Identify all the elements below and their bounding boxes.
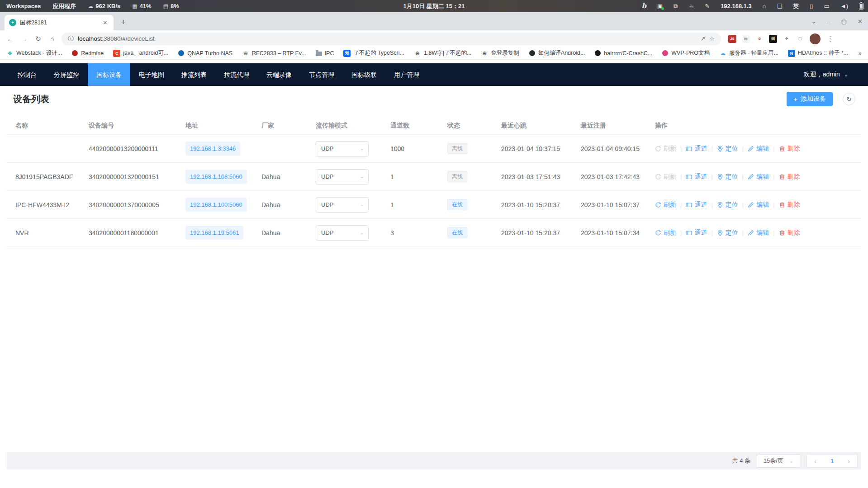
edit-action[interactable]: 编辑 (748, 201, 769, 209)
bookmark-item[interactable]: ⊕ 1.8W字|了不起的... (414, 49, 471, 57)
bookmark-item[interactable]: 如何编译Android... (529, 49, 585, 57)
channel-action[interactable]: 通道 (686, 201, 707, 209)
battery-icon[interactable] (859, 3, 863, 9)
stream-mode-select[interactable]: UDP ⌄ (316, 141, 369, 156)
delete-action[interactable]: 删除 (779, 173, 800, 181)
bookmark-item[interactable]: WVP-PRO文档 (662, 49, 710, 57)
ip-address-indicator[interactable]: 192.168.1.3 (721, 3, 752, 9)
bookmark-item[interactable]: ⊕ 免登录复制 (481, 49, 519, 57)
bookmark-item[interactable]: ☁ 服务器 - 轻量应用... (719, 49, 778, 57)
bing-tray-icon[interactable]: b (641, 3, 646, 9)
refresh-action[interactable]: 刷新 (655, 145, 676, 153)
memory-value: 8% (171, 3, 179, 9)
browser-tab[interactable]: ✦ 国标28181 ✕ (5, 15, 114, 30)
page-title: 设备列表 (13, 93, 49, 105)
browser-menu-icon[interactable]: ⋮ (827, 35, 834, 43)
close-button[interactable]: ✕ (858, 18, 863, 25)
nav-item[interactable]: 国标设备 (88, 63, 130, 86)
trash-icon (779, 174, 785, 180)
add-device-button[interactable]: + 添加设备 (787, 92, 833, 106)
workspace-switcher-icon[interactable]: ❏ (777, 3, 783, 9)
bookmark-item[interactable]: N HDAtmos :: 种子 *... (788, 49, 848, 57)
bookmark-item[interactable]: C java、android可... (113, 49, 168, 57)
nav-item[interactable]: 云端录像 (258, 63, 300, 86)
address-bar[interactable]: ⓘ localhost:38080/#/deviceList ↗ ☆ (62, 33, 721, 45)
workspaces-button[interactable]: Workspaces (6, 3, 41, 9)
locate-action[interactable]: 定位 (717, 229, 738, 237)
home-button[interactable]: ⌂ (46, 35, 59, 43)
current-page-button[interactable]: 1 (824, 458, 840, 464)
extension-icon[interactable]: ▤ (742, 35, 750, 43)
channel-action[interactable]: 通道 (686, 145, 707, 153)
restore-button[interactable]: ▢ (841, 18, 847, 25)
nav-item[interactable]: 国标级联 (343, 63, 385, 86)
extension-icon[interactable]: ▢ (796, 35, 804, 43)
home-tray-icon[interactable]: ⌂ (763, 3, 766, 9)
channel-action[interactable]: 通道 (686, 229, 707, 237)
caffeine-icon[interactable]: ☕ (689, 3, 694, 9)
delete-action[interactable]: 删除 (779, 201, 800, 209)
bookmark-item[interactable]: Redmine (71, 50, 104, 57)
edit-action[interactable]: 编辑 (748, 145, 769, 153)
next-page-button[interactable]: › (840, 457, 857, 465)
forward-button[interactable]: → (18, 35, 31, 43)
nav-item[interactable]: 分屏监控 (45, 63, 88, 86)
channel-action[interactable]: 通道 (686, 173, 707, 181)
cloud-download-icon: ☁ (88, 3, 93, 9)
cell-device-id: 34020000001320000151 (89, 173, 185, 180)
bookmark-star-icon[interactable]: ☆ (709, 35, 715, 42)
clipboard-icon[interactable]: ⧉ (674, 3, 678, 9)
extension-icon[interactable]: JS (728, 35, 736, 43)
extension-icon[interactable]: 回 (769, 35, 777, 43)
nav-item[interactable]: 节点管理 (300, 63, 343, 86)
tab-close-icon[interactable]: ✕ (101, 19, 109, 27)
bookmark-item[interactable]: QNAP Turbo NAS (178, 50, 232, 57)
locate-action[interactable]: 定位 (717, 145, 738, 153)
tab-search-icon[interactable]: ⌄ (811, 18, 816, 25)
nav-item[interactable]: 拉流代理 (215, 63, 258, 86)
user-menu[interactable]: 欢迎，admin ⌄ (804, 71, 868, 79)
bookmarks-overflow-icon[interactable]: » (859, 50, 862, 57)
nav-item[interactable]: 电子地图 (130, 63, 173, 86)
locate-action[interactable]: 定位 (717, 173, 738, 181)
display-icon[interactable]: ▭ (824, 3, 830, 9)
nav-item[interactable]: 控制台 (9, 63, 45, 86)
stream-mode-select[interactable]: UDP ⌄ (316, 197, 369, 213)
bookmark-item[interactable]: ❖ Webstack - 设计... (6, 49, 62, 57)
bookmark-item[interactable]: IPC (316, 50, 334, 57)
refresh-list-button[interactable]: ↻ (843, 93, 855, 105)
volume-icon[interactable]: ◄) (840, 3, 848, 9)
refresh-action[interactable]: 刷新 (655, 229, 676, 237)
input-method-indicator[interactable]: 英 (793, 2, 799, 10)
reload-button[interactable]: ↻ (32, 35, 45, 43)
edit-action[interactable]: 编辑 (748, 229, 769, 237)
refresh-action[interactable]: 刷新 (655, 201, 676, 209)
nav-item[interactable]: 用户管理 (385, 63, 428, 86)
minimize-button[interactable]: – (827, 18, 830, 25)
back-button[interactable]: ← (4, 35, 17, 43)
stream-mode-select[interactable]: UDP ⌄ (316, 225, 369, 241)
new-tab-button[interactable]: + (121, 17, 126, 27)
profile-avatar[interactable] (810, 33, 821, 44)
prev-page-button[interactable]: ‹ (807, 457, 824, 465)
bookmark-item[interactable]: 知 了不起的 TypeScri... (343, 49, 404, 57)
site-info-icon[interactable]: ⓘ (68, 35, 74, 43)
locate-action[interactable]: 定位 (717, 201, 738, 209)
applications-menu[interactable]: 应用程序 (52, 2, 76, 10)
color-picker-icon[interactable]: ✎ (705, 3, 710, 9)
nav-item[interactable]: 推流列表 (173, 63, 215, 86)
clock[interactable]: 1月10日 星期二 15：21 (403, 2, 465, 10)
page-size-select[interactable]: 15条/页 ⌄ (757, 454, 800, 468)
delete-action[interactable]: 删除 (779, 229, 800, 237)
delete-action[interactable]: 删除 (779, 145, 800, 153)
stream-mode-select[interactable]: UDP ⌄ (316, 169, 369, 185)
edit-action[interactable]: 编辑 (748, 173, 769, 181)
phone-link-icon[interactable]: ▯ (810, 3, 813, 9)
extension-icon[interactable]: ❖ (783, 35, 791, 43)
share-icon[interactable]: ↗ (700, 35, 705, 42)
extension-icon[interactable]: ⊘ (755, 35, 764, 43)
app-indicator-icon[interactable]: ▣ (657, 3, 663, 9)
bookmark-item[interactable]: hairrrrr/C-CrashC... (594, 50, 652, 57)
refresh-action[interactable]: 刷新 (655, 173, 676, 181)
bookmark-item[interactable]: ⊕ RFC2833 – RTP Ev... (242, 50, 306, 57)
